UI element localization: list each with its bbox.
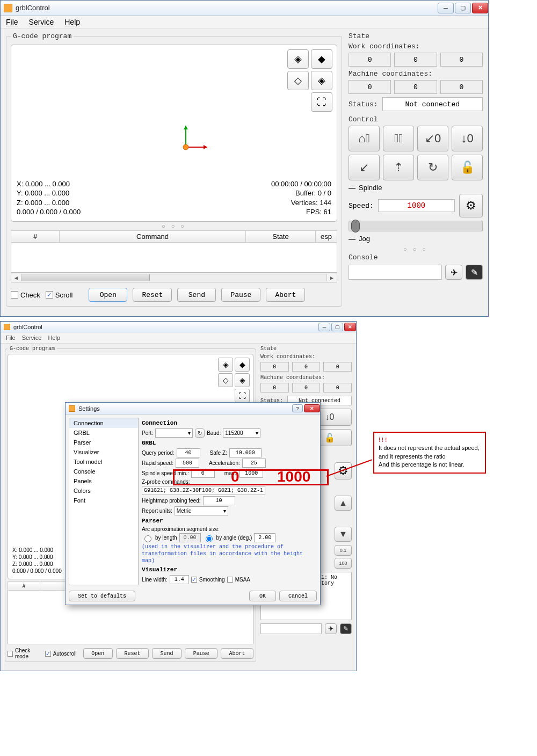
refresh-ports-button[interactable]: ↻ — [195, 428, 205, 438]
safez-input[interactable] — [229, 448, 262, 457]
bylength-radio[interactable] — [144, 535, 151, 542]
maximize-button[interactable]: ▢ — [455, 3, 471, 13]
view-front-wire-icon[interactable]: ◇ — [218, 373, 233, 387]
close-button[interactable]: ✕ — [344, 323, 356, 331]
send-button[interactable]: Send — [152, 648, 182, 659]
reset-button[interactable]: Reset — [133, 288, 172, 302]
view-iso-wire-icon[interactable]: ◈ — [218, 358, 233, 372]
query-period-input[interactable] — [177, 448, 200, 457]
accel-input[interactable] — [242, 459, 266, 468]
byangle-input[interactable] — [254, 533, 275, 542]
step-01-button[interactable]: 0.1 — [335, 545, 352, 556]
jog-up-button[interactable]: ▲ — [335, 496, 352, 511]
maximize-button[interactable]: ▢ — [331, 323, 343, 331]
splitter-handle-2[interactable]: ○ ○ ○ — [349, 245, 483, 253]
console-input[interactable] — [349, 265, 442, 280]
col-command[interactable]: Command — [60, 231, 246, 243]
zero-xy-button[interactable]: ↙0 — [417, 126, 448, 151]
zoom-in-button[interactable]: ⊕⃝ — [383, 126, 414, 151]
view-front-wire-icon[interactable]: ◇ — [287, 71, 309, 90]
step-100-button[interactable]: 100 — [335, 558, 352, 569]
view-fit-icon[interactable]: ⛶ — [311, 92, 332, 112]
sidebar-item-font[interactable]: Font — [69, 496, 138, 505]
close-button[interactable]: ✕ — [472, 3, 488, 13]
menu-help[interactable]: Help — [64, 18, 80, 26]
settings-sidebar[interactable]: Connection GRBL Parser Visualizer Tool m… — [69, 418, 139, 585]
menu-file[interactable]: File — [6, 335, 16, 341]
clear-console-button[interactable]: ✎ — [340, 623, 352, 634]
byangle-radio[interactable] — [206, 535, 213, 542]
minimize-button[interactable]: ─ — [318, 323, 330, 331]
minimize-button[interactable]: ─ — [438, 3, 454, 13]
sidebar-item-toolmodel[interactable]: Tool model — [69, 457, 138, 467]
jog-down-button[interactable]: ▼ — [335, 527, 352, 542]
col-state[interactable]: State — [246, 231, 316, 243]
sidebar-item-panels[interactable]: Panels — [69, 476, 138, 486]
col-esp[interactable]: esp — [316, 231, 337, 243]
autoscroll-checkbox[interactable]: ✓Autoscroll — [45, 651, 77, 657]
view-fit-icon[interactable]: ⛶ — [235, 389, 250, 403]
zero-z-button[interactable]: ↓0 — [452, 126, 483, 151]
sidebar-item-console[interactable]: Console — [69, 467, 138, 476]
safe-z-button[interactable]: ⇡ — [383, 155, 414, 180]
abort-button[interactable]: Abort — [266, 288, 305, 302]
console-input[interactable] — [260, 623, 322, 634]
col-num[interactable]: # — [8, 582, 40, 591]
menu-help[interactable]: Help — [48, 335, 60, 341]
smoothing-checkbox[interactable]: Smoothing — [199, 577, 225, 583]
units-select[interactable]: Metric▾ — [175, 506, 228, 515]
sidebar-item-colors[interactable]: Colors — [69, 486, 138, 496]
spindle-speed-value[interactable]: 1000 — [378, 199, 455, 212]
sidebar-item-parser[interactable]: Parser — [69, 438, 138, 447]
defaults-button[interactable]: Set to defaults — [69, 591, 135, 601]
view-front-solid-icon[interactable]: ◈ — [311, 71, 332, 90]
view-front-solid-icon[interactable]: ◈ — [235, 373, 250, 387]
check-checkbox[interactable]: Check — [11, 291, 40, 299]
sidebar-item-visualizer[interactable]: Visualizer — [69, 447, 138, 457]
menu-file[interactable]: File — [6, 18, 18, 26]
scroll-checkbox[interactable]: ✓Scroll — [46, 291, 73, 299]
msaa-checkbox[interactable]: MSAA — [235, 577, 250, 583]
visualizer-canvas[interactable]: ◈ ◆ ◇ ◈ ⛶ X: 0.000 — [11, 45, 337, 222]
reset-grbl-button[interactable]: ↻ — [417, 155, 448, 180]
gcode-table[interactable]: # Command State esp — [11, 230, 337, 273]
home-button[interactable]: ⌂⃝ — [349, 126, 380, 151]
menu-service[interactable]: Service — [29, 18, 54, 26]
linewidth-input[interactable] — [170, 575, 189, 584]
view-iso-solid-icon[interactable]: ◆ — [235, 358, 250, 372]
close-button[interactable]: ✕ — [304, 404, 320, 412]
clear-console-button[interactable]: ✎ — [466, 265, 483, 280]
reset-button[interactable]: Reset — [116, 648, 149, 659]
port-select[interactable]: ▾ — [155, 428, 193, 438]
view-iso-solid-icon[interactable]: ◆ — [311, 49, 332, 69]
pause-button[interactable]: Pause — [221, 288, 260, 302]
zprobe-input[interactable] — [142, 486, 265, 495]
ok-button[interactable]: OK — [249, 591, 276, 601]
sidebar-item-connection[interactable]: Connection — [69, 418, 138, 428]
splitter-handle[interactable]: ○ ○ ○ — [11, 222, 337, 230]
view-iso-wire-icon[interactable]: ◈ — [287, 49, 309, 69]
open-button[interactable]: Open — [83, 648, 113, 659]
open-button[interactable]: Open — [89, 288, 127, 302]
hscrollbar[interactable]: ◄ ► — [11, 273, 337, 282]
checkmode-checkbox[interactable]: Check mode — [8, 648, 42, 659]
spindle-speed-slider[interactable] — [349, 221, 483, 231]
hmfeed-input[interactable] — [203, 496, 235, 505]
help-button[interactable]: ? — [292, 404, 303, 412]
abort-button[interactable]: Abort — [221, 648, 253, 659]
spindle-toggle-button[interactable]: ⚙ — [335, 462, 352, 479]
cancel-button[interactable]: Cancel — [279, 591, 317, 601]
sidebar-item-grbl[interactable]: GRBL — [69, 428, 138, 438]
send-command-button[interactable]: ✈ — [325, 623, 337, 634]
send-button[interactable]: Send — [177, 288, 216, 302]
restore-origin-button[interactable]: ↙ — [349, 155, 380, 180]
send-command-button[interactable]: ✈ — [445, 265, 462, 280]
baud-select[interactable]: 115200▾ — [223, 428, 260, 438]
unlock-button[interactable]: 🔓 — [452, 155, 483, 180]
menu-service[interactable]: Service — [22, 335, 42, 341]
spindle-max-input[interactable] — [240, 469, 263, 478]
col-num[interactable]: # — [11, 231, 60, 243]
spindle-toggle-button[interactable]: ⚙ — [459, 194, 483, 217]
rapid-input[interactable] — [176, 459, 199, 468]
pause-button[interactable]: Pause — [185, 648, 217, 659]
